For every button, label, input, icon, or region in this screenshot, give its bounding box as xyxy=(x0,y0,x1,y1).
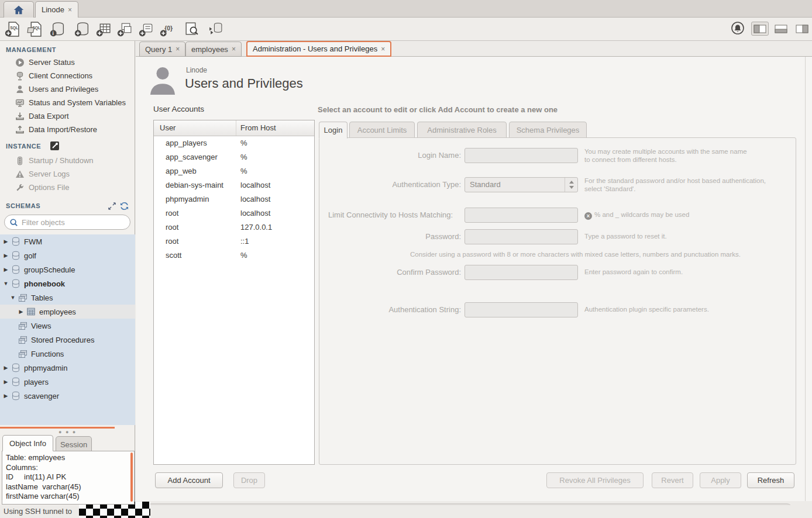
tree-item-schema[interactable]: ▶scavenger xyxy=(0,389,135,403)
password-input[interactable] xyxy=(465,229,578,244)
tree-item-procedures-group[interactable]: Stored Procedures xyxy=(0,333,135,347)
schemas-section-title: SCHEMAS xyxy=(6,202,40,209)
toggle-output-panel-button[interactable] xyxy=(772,22,790,36)
sidebar-item-users-privileges[interactable]: Users and Privileges xyxy=(0,82,135,96)
close-icon[interactable]: × xyxy=(68,6,72,14)
chevron-right-icon[interactable]: ▶ xyxy=(3,267,9,272)
editor-tab-strip: Query 1× employees× Administration - Use… xyxy=(136,41,812,57)
table-row[interactable]: app_scavenger% xyxy=(154,150,314,164)
create-procedure-button[interactable] xyxy=(139,21,154,37)
reconnect-dbms-button[interactable] xyxy=(208,21,223,37)
table-row[interactable]: app_web% xyxy=(154,164,314,178)
table-row[interactable]: rootlocalhost xyxy=(154,206,314,220)
create-function-button[interactable] xyxy=(160,21,176,37)
expand-schemas-icon[interactable] xyxy=(108,202,116,210)
create-table-button[interactable] xyxy=(96,21,112,37)
table-row[interactable]: phpmyadminlocalhost xyxy=(154,192,314,206)
tab-account-limits[interactable]: Account Limits xyxy=(349,122,415,138)
table-row[interactable]: app_players% xyxy=(154,136,314,150)
splitter-handle[interactable]: ● ● ● xyxy=(59,429,77,435)
tab-employees[interactable]: employees× xyxy=(185,42,242,57)
refresh-schemas-icon[interactable] xyxy=(120,202,129,210)
notifications-bell-icon[interactable] xyxy=(731,21,746,37)
play-circle-icon xyxy=(15,58,25,67)
tab-schema-privileges[interactable]: Schema Privileges xyxy=(509,122,587,138)
close-icon[interactable]: × xyxy=(381,45,385,53)
open-sql-script-button[interactable] xyxy=(27,21,43,37)
home-tab[interactable] xyxy=(4,1,34,18)
chevron-down-icon[interactable]: ▼ xyxy=(3,281,9,286)
tree-item-tables-group[interactable]: ▼Tables xyxy=(0,291,135,305)
toggle-sidebar-button[interactable] xyxy=(751,22,769,36)
create-schema-button[interactable] xyxy=(74,21,90,37)
tab-query-1[interactable]: Query 1× xyxy=(139,42,185,57)
monitor-chart-icon xyxy=(15,98,25,108)
table-header: User From Host xyxy=(154,120,314,136)
sidebar-item-options-file[interactable]: Options File xyxy=(0,181,135,194)
table-row[interactable]: debian-sys-maintlocalhost xyxy=(154,178,314,192)
chevron-right-icon[interactable]: ▶ xyxy=(3,365,9,371)
spinner-arrows-icon[interactable] xyxy=(565,178,577,192)
table-row[interactable]: root::1 xyxy=(154,234,314,248)
password-help: Type a password to reset it. xyxy=(584,232,667,240)
tree-hscrollbar[interactable] xyxy=(0,427,115,429)
tree-item-schema[interactable]: ▶players xyxy=(0,375,135,389)
close-icon[interactable]: × xyxy=(176,45,180,53)
tree-item-functions-group[interactable]: Functions xyxy=(0,347,135,361)
traffic-light-icon xyxy=(15,156,25,165)
chevron-right-icon[interactable]: ▶ xyxy=(3,393,9,399)
sidebar-item-data-import[interactable]: Data Import/Restore xyxy=(0,123,135,136)
revoke-all-privileges-button[interactable]: Revoke All Privileges xyxy=(546,472,644,488)
sidebar-item-server-logs[interactable]: Server Logs xyxy=(0,167,135,181)
sidebar-item-server-status[interactable]: Server Status xyxy=(0,56,135,69)
connection-tab[interactable]: Linode × xyxy=(35,1,78,18)
limit-hosts-input[interactable] xyxy=(465,208,578,223)
chevron-right-icon[interactable]: ▶ xyxy=(3,253,9,258)
confirm-password-input[interactable] xyxy=(465,265,578,280)
column-header-user[interactable]: User xyxy=(160,123,176,132)
apply-button[interactable]: Apply xyxy=(700,472,741,488)
refresh-button[interactable]: Refresh xyxy=(747,472,794,488)
tab-session[interactable]: Session xyxy=(56,436,92,453)
tree-item-schema-phonebook[interactable]: ▼phonebook xyxy=(0,277,135,291)
tab-login[interactable]: Login xyxy=(319,122,347,139)
chevron-right-icon[interactable]: ▶ xyxy=(18,309,24,315)
tree-item-schema[interactable]: ▶golf xyxy=(0,248,135,263)
chevron-right-icon[interactable]: ▶ xyxy=(3,239,9,244)
new-query-tab-button[interactable] xyxy=(5,21,20,37)
auth-string-input[interactable] xyxy=(465,302,578,317)
object-info-vscrollbar[interactable] xyxy=(130,453,133,502)
toggle-secondary-sidebar-button[interactable] xyxy=(793,22,811,36)
sidebar-item-system-variables[interactable]: Status and System Variables xyxy=(0,96,135,109)
circle-x-icon: × xyxy=(584,212,592,220)
chevron-right-icon[interactable]: ▶ xyxy=(3,379,9,385)
tab-object-info[interactable]: Object Info xyxy=(2,435,53,451)
tab-administrative-roles[interactable]: Administrative Roles xyxy=(417,122,507,138)
tab-administration-users[interactable]: Administration - Users and Privileges× xyxy=(246,41,391,57)
chevron-down-icon[interactable]: ▼ xyxy=(10,295,16,301)
column-divider[interactable] xyxy=(236,120,236,136)
login-name-input[interactable] xyxy=(465,148,578,163)
revert-button[interactable]: Revert xyxy=(652,472,693,488)
column-header-from-host[interactable]: From Host xyxy=(240,123,276,132)
table-row[interactable]: root127.0.0.1 xyxy=(154,220,314,234)
auth-type-dropdown[interactable]: Standard xyxy=(465,177,578,192)
tree-item-table-employees[interactable]: ▶employees xyxy=(0,305,135,319)
filter-objects-input[interactable] xyxy=(22,218,115,227)
add-account-button[interactable]: Add Account xyxy=(155,472,223,488)
schema-inspector-button[interactable] xyxy=(50,21,66,37)
sidebar-item-client-connections[interactable]: Client Connections xyxy=(0,69,135,82)
tree-item-schema[interactable]: ▶groupSchedule xyxy=(0,263,135,277)
create-view-button[interactable] xyxy=(117,21,133,37)
tree-item-schema[interactable]: ▶phpmyadmin xyxy=(0,361,135,375)
views-group-icon xyxy=(18,321,27,330)
tree-item-schema[interactable]: ▶FWM xyxy=(0,234,135,248)
table-row[interactable]: scott% xyxy=(154,248,314,263)
tree-item-views-group[interactable]: Views xyxy=(0,319,135,333)
sidebar-item-startup-shutdown[interactable]: Startup / Shutdown xyxy=(0,154,135,167)
drop-button[interactable]: Drop xyxy=(233,472,265,488)
page-subtitle: Linode xyxy=(186,66,207,74)
search-data-button[interactable] xyxy=(184,21,199,37)
sidebar-item-data-export[interactable]: Data Export xyxy=(0,109,135,123)
close-icon[interactable]: × xyxy=(232,45,236,53)
